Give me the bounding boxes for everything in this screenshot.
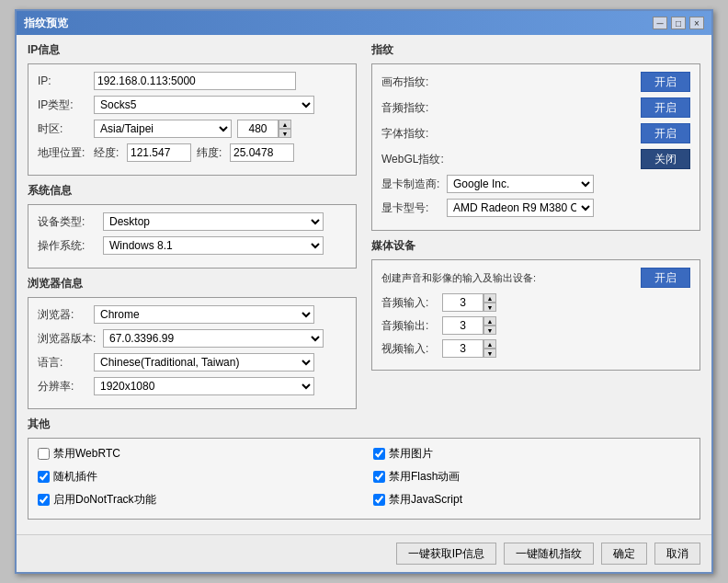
random-plugin-checkbox[interactable]	[38, 471, 50, 483]
audio-out-row: 音频输出: ▲ ▼	[381, 316, 690, 335]
audio-in-up[interactable]: ▲	[483, 293, 496, 303]
ip-type-label: IP类型:	[38, 97, 88, 113]
disable-flash-checkbox[interactable]	[373, 471, 385, 483]
os-select[interactable]: Windows 8.1	[103, 236, 324, 255]
disable-flash-label: 禁用Flash动画	[389, 469, 460, 485]
window-title: 指纹预览	[24, 16, 68, 31]
browser-section-title: 浏览器信息	[28, 276, 357, 292]
dnt-row: 启用DoNotTrack功能	[38, 492, 355, 508]
webgl-fp-label: WebGL指纹:	[381, 152, 446, 167]
audio-fp-label: 音频指纹:	[381, 100, 446, 116]
footer: 一键获取IP信息 一键随机指纹 确定 取消	[17, 534, 711, 572]
lang-row: 语言: Chinese(Traditional, Taiwan)	[38, 353, 347, 372]
canvas-fp-row: 画布指纹: 开启	[381, 72, 690, 92]
maximize-button[interactable]: □	[671, 17, 686, 29]
disable-js-row: 禁用JavaScript	[373, 492, 690, 508]
ip-section-box: IP: IP类型: Socks5 时区:	[28, 63, 357, 176]
video-in-up[interactable]: ▲	[483, 339, 496, 349]
webgl-fp-row: WebGL指纹: 关闭	[381, 149, 690, 169]
other-section-title: 其他	[28, 417, 700, 432]
device-select[interactable]: Desktop	[103, 212, 324, 231]
webgl-fp-btn[interactable]: 关闭	[641, 149, 690, 169]
video-in-down[interactable]: ▼	[483, 349, 496, 358]
browser-section-box: 浏览器: Chrome 浏览器版本: 67.0.3396.99	[28, 297, 357, 409]
font-fp-row: 字体指纹: 开启	[381, 123, 690, 143]
minimize-button[interactable]: ─	[653, 17, 667, 29]
gpu-model-select[interactable]: AMD Radeon R9 M380 OpenGL En.	[447, 199, 594, 217]
timezone-offset-arrows: ▲ ▼	[279, 120, 291, 138]
timezone-up-btn[interactable]: ▲	[279, 120, 291, 129]
dnt-label: 启用DoNotTrack功能	[53, 492, 156, 508]
fp-section-box: 画布指纹: 开启 音频指纹: 开启	[371, 63, 700, 231]
ip-row: IP:	[38, 72, 347, 90]
video-in-label: 视频输入:	[381, 341, 437, 357]
ip-input[interactable]	[94, 72, 296, 90]
media-section-title: 媒体设备	[371, 238, 700, 254]
gpu-model-row: 显卡型号: AMD Radeon R9 M380 OpenGL En.	[381, 199, 690, 217]
ip-label: IP:	[38, 74, 88, 87]
get-ip-btn[interactable]: 一键获取IP信息	[396, 543, 496, 565]
disable-js-checkbox[interactable]	[373, 494, 385, 506]
webrtc-checkbox[interactable]	[38, 448, 50, 460]
canvas-fp-label: 画布指纹:	[381, 74, 446, 90]
main-window: 指纹预览 ─ □ × IP信息 IP:	[15, 9, 713, 574]
random-fp-btn[interactable]: 一键随机指纹	[504, 543, 594, 565]
dnt-checkbox[interactable]	[38, 494, 50, 506]
geo-row: 地理位置: 经度: 纬度:	[38, 143, 347, 162]
browser-version-select[interactable]: 67.0.3396.99	[103, 329, 324, 348]
audio-out-input[interactable]	[442, 316, 483, 335]
audio-out-arrows: ▲ ▼	[483, 316, 496, 335]
lng-input[interactable]	[127, 143, 191, 162]
audio-out-up[interactable]: ▲	[483, 316, 496, 326]
confirm-btn[interactable]: 确定	[601, 543, 647, 565]
system-section-title: 系统信息	[28, 183, 357, 199]
video-in-input[interactable]	[442, 339, 483, 358]
random-plugin-label: 随机插件	[53, 469, 97, 485]
audio-out-down[interactable]: ▼	[483, 326, 496, 335]
media-section-box: 创建声音和影像的输入及输出设备: 开启 音频输入: ▲	[371, 259, 700, 371]
disable-img-row: 禁用图片	[373, 446, 690, 462]
ip-section-title: IP信息	[28, 42, 357, 58]
audio-in-row: 音频输入: ▲ ▼	[381, 293, 690, 312]
titlebar-buttons: ─ □ ×	[653, 17, 704, 29]
media-create-btn[interactable]: 开启	[641, 268, 690, 288]
lang-select[interactable]: Chinese(Traditional, Taiwan)	[94, 353, 314, 372]
ip-type-row: IP类型: Socks5	[38, 96, 347, 114]
res-row: 分辨率: 1920x1080	[38, 377, 347, 395]
timezone-offset-spinbox: ▲ ▼	[237, 120, 291, 138]
browser-select[interactable]: Chrome	[94, 305, 314, 324]
random-plugin-row: 随机插件	[38, 469, 355, 485]
cancel-btn[interactable]: 取消	[654, 543, 700, 565]
timezone-select[interactable]: Asia/Taipei	[94, 120, 232, 138]
gpu-mfr-select[interactable]: Google Inc.	[447, 175, 594, 193]
audio-in-arrows: ▲ ▼	[483, 293, 496, 312]
timezone-offset-input[interactable]	[237, 120, 279, 138]
media-create-label: 创建声音和影像的输入及输出设备:	[381, 271, 536, 285]
disable-flash-row: 禁用Flash动画	[373, 469, 690, 485]
media-create-row: 创建声音和影像的输入及输出设备: 开启	[381, 268, 690, 288]
titlebar: 指纹预览 ─ □ ×	[17, 11, 711, 35]
disable-img-label: 禁用图片	[389, 446, 433, 462]
gpu-mfr-row: 显卡制造商: Google Inc.	[381, 175, 690, 193]
canvas-fp-btn[interactable]: 开启	[641, 72, 690, 92]
browser-version-row: 浏览器版本: 67.0.3396.99	[38, 329, 347, 348]
ip-type-select[interactable]: Socks5	[94, 96, 314, 114]
audio-fp-btn[interactable]: 开启	[641, 97, 690, 118]
browser-version-label: 浏览器版本:	[38, 331, 97, 347]
audio-out-spinbox: ▲ ▼	[442, 316, 496, 335]
audio-in-spinbox: ▲ ▼	[442, 293, 496, 312]
audio-in-down[interactable]: ▼	[483, 303, 496, 312]
audio-in-input[interactable]	[442, 293, 483, 312]
browser-label: 浏览器:	[38, 307, 88, 323]
gpu-model-label: 显卡型号:	[381, 200, 441, 216]
fp-section-title: 指纹	[371, 42, 700, 58]
disable-img-checkbox[interactable]	[373, 448, 385, 460]
browser-row: 浏览器: Chrome	[38, 305, 347, 324]
timezone-down-btn[interactable]: ▼	[279, 129, 291, 138]
res-label: 分辨率:	[38, 379, 88, 394]
close-button[interactable]: ×	[689, 17, 704, 29]
font-fp-btn[interactable]: 开启	[641, 123, 690, 143]
audio-fp-row: 音频指纹: 开启	[381, 97, 690, 118]
lat-input[interactable]	[230, 143, 294, 162]
res-select[interactable]: 1920x1080	[94, 377, 314, 395]
